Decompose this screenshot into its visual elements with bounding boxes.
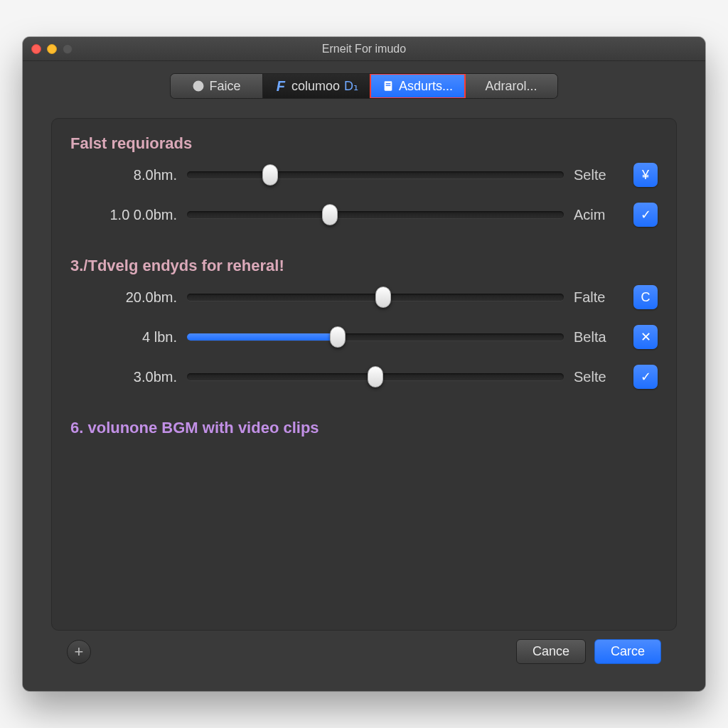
svg-rect-1	[386, 83, 391, 84]
slider-row: 8.0hm. Selte ¥	[70, 163, 658, 187]
tab-asdurts[interactable]: Asdurts...	[370, 74, 465, 98]
section-heading-3: 6. volunone BGM with video clips	[70, 419, 658, 437]
slider[interactable]	[187, 287, 564, 307]
tab-label: Faice	[209, 79, 240, 94]
section-heading-2: 3./Tdvelg endyds for reheral!	[70, 257, 658, 275]
close-icon[interactable]	[31, 44, 41, 54]
badge-yen[interactable]: ¥	[633, 163, 658, 187]
slider[interactable]	[187, 205, 564, 225]
badge-check[interactable]: ✓	[633, 365, 658, 389]
slider-right-label: Falte	[574, 289, 623, 306]
badge-c[interactable]: C	[633, 285, 658, 309]
badge-x[interactable]: ✕	[633, 325, 658, 349]
slider-value: 8.0hm.	[70, 167, 177, 183]
confirm-button[interactable]: Carce	[594, 639, 661, 664]
slider-right-label: Belta	[574, 329, 623, 346]
section-heading-1: Falst requiorads	[70, 134, 658, 153]
cancel-button[interactable]: Cance	[516, 639, 586, 664]
badge-check[interactable]: ✓	[633, 203, 658, 227]
slider-value: 4 lbn.	[70, 329, 177, 346]
f-cursive-icon: F	[274, 80, 287, 92]
slider-row: 4 lbn. Belta ✕	[70, 325, 658, 349]
tab-columoo[interactable]: F columoo D₁	[263, 74, 370, 98]
settings-window: Erneit For imudo Faice F columoo D₁	[23, 37, 705, 691]
slider-value: 20.0bm.	[70, 289, 177, 306]
gear-icon	[192, 80, 205, 92]
tab-suffix: D₁	[344, 78, 358, 94]
add-button[interactable]: +	[67, 640, 91, 664]
tab-faice[interactable]: Faice	[171, 74, 263, 98]
slider-row: 20.0bm. Falte C	[70, 285, 658, 309]
svg-rect-2	[386, 85, 391, 86]
window-title: Erneit For imudo	[23, 43, 705, 55]
tab-label: Adrarol...	[486, 79, 537, 94]
tab-label: columoo	[291, 79, 340, 94]
traffic-lights	[31, 44, 73, 54]
slider-row: 1.0 0.0bm. Acim ✓	[70, 203, 658, 227]
tab-adrarol[interactable]: Adrarol...	[465, 74, 557, 98]
slider-row: 3.0bm. Selte ✓	[70, 365, 658, 389]
zoom-icon[interactable]	[63, 44, 73, 54]
doc-icon	[382, 80, 395, 92]
slider-value: 1.0 0.0bm.	[70, 207, 177, 223]
slider[interactable]	[187, 165, 564, 185]
plus-icon: +	[75, 643, 84, 661]
tab-bar: Faice F columoo D₁ Asdurts... Adrarol...	[51, 74, 677, 98]
settings-panel: Falst requiorads 8.0hm. Selte ¥ 1.0 0.0b…	[51, 118, 677, 631]
slider-right-label: Selte	[574, 167, 623, 183]
slider[interactable]	[187, 367, 564, 387]
window-content: Faice F columoo D₁ Asdurts... Adrarol...	[23, 61, 705, 691]
titlebar: Erneit For imudo	[23, 37, 705, 61]
slider[interactable]	[187, 327, 564, 347]
footer: + Cance Carce	[51, 631, 677, 678]
minimize-icon[interactable]	[47, 44, 57, 54]
slider-value: 3.0bm.	[70, 369, 177, 385]
tab-label: Asdurts...	[399, 79, 453, 94]
slider-right-label: Acim	[574, 207, 623, 223]
slider-right-label: Selte	[574, 369, 623, 385]
